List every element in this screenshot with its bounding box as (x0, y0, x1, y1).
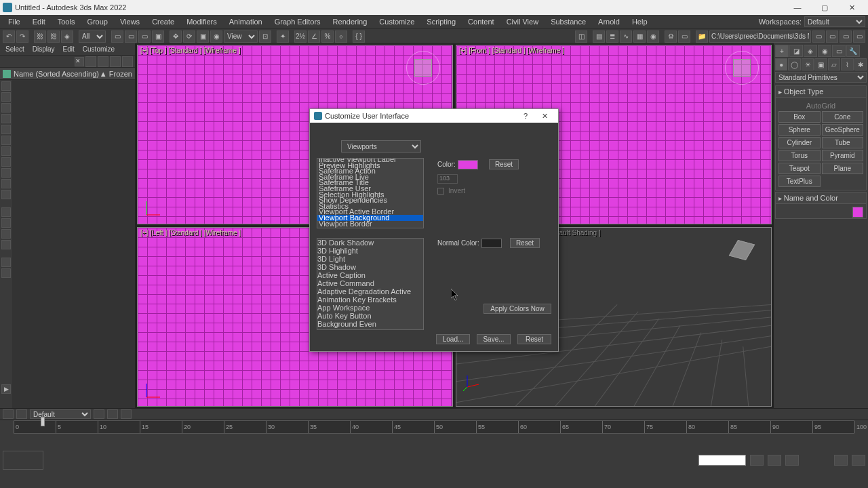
angle-snap-button[interactable]: ∠ (308, 30, 320, 43)
tb-btn-b[interactable]: ▭ (826, 30, 838, 43)
ui-element-listbox[interactable]: 3D Dark Shadow3D Highlight3D Light3D Sha… (317, 238, 424, 330)
menu-file[interactable]: File (3, 16, 26, 27)
dialog-close-button[interactable]: ✕ (535, 110, 554, 122)
schematic-button[interactable]: ▦ (633, 30, 646, 43)
se-tb4[interactable] (122, 56, 133, 67)
se-filter-1[interactable] (1, 81, 11, 91)
dialog-help-button[interactable]: ? (516, 110, 535, 122)
pivot-button[interactable]: ⊡ (259, 30, 271, 43)
btn-box[interactable]: Box (778, 111, 821, 123)
select-move-button[interactable]: ✥ (170, 30, 182, 43)
menu-rendering[interactable]: Rendering (328, 16, 373, 27)
minimize-button[interactable]: — (784, 1, 811, 14)
se-filter-11[interactable] (1, 190, 11, 199)
list2-item-4[interactable]: Active Caption (317, 271, 423, 279)
selection-filter[interactable]: All (79, 30, 106, 43)
tab-motion[interactable]: ◉ (818, 45, 831, 57)
load-button[interactable]: Load... (436, 334, 470, 344)
section-dropdown[interactable]: Viewports (341, 140, 421, 152)
menu-grapheditors[interactable]: Graph Editors (269, 16, 326, 27)
se-filter-17[interactable] (1, 268, 11, 278)
tab-display[interactable]: ▭ (832, 45, 846, 57)
se-close-button[interactable]: ✕ (75, 57, 84, 66)
list2-item-5[interactable]: Active Command (317, 279, 423, 287)
layer-dropdown[interactable]: Default (30, 409, 91, 419)
cat-spacewarps[interactable]: ⌇ (841, 58, 853, 70)
se-menu-edit[interactable]: Edit (59, 45, 79, 53)
mirror-button[interactable]: ◫ (575, 30, 587, 43)
tb-btn-d[interactable]: ▭ (853, 30, 865, 43)
layer-btn3[interactable] (121, 409, 132, 419)
se-tb1[interactable] (85, 56, 96, 67)
se-filter-13[interactable] (1, 218, 11, 228)
list2-item-6[interactable]: Adaptive Degradation Active (317, 287, 423, 296)
maxscript-listener[interactable] (3, 451, 43, 470)
select-rotate-button[interactable]: ⟳ (183, 30, 195, 43)
reset-all-button[interactable]: Reset (517, 334, 551, 344)
nav-1[interactable] (834, 455, 848, 466)
list2-item-2[interactable]: 3D Light (317, 255, 423, 263)
autogrid-checkbox[interactable]: AutoGrid (778, 100, 863, 111)
list2-item-1[interactable]: 3D Highlight (317, 247, 423, 255)
nav-2[interactable] (852, 455, 865, 466)
select-name-button[interactable]: ▭ (125, 30, 137, 43)
color-reset-button[interactable]: Reset (489, 159, 519, 169)
status-input[interactable] (698, 455, 746, 466)
cat-shapes[interactable]: ◯ (788, 58, 800, 70)
layer-btn1[interactable] (94, 409, 104, 419)
undo-button[interactable]: ↶ (3, 30, 15, 43)
invert-checkbox[interactable] (437, 188, 444, 195)
window-crossing-button[interactable]: ▣ (152, 30, 164, 43)
mat-ed-button[interactable]: ◉ (647, 30, 659, 43)
menu-modifiers[interactable]: Modifiers (181, 16, 222, 27)
link-button[interactable]: ⛓ (34, 30, 46, 43)
list2-item-11[interactable]: Background Odd (317, 328, 423, 330)
se-filter-5[interactable] (1, 125, 11, 134)
intensity-spinner[interactable]: 103 (437, 174, 458, 184)
se-menu-customize[interactable]: Customize (79, 45, 119, 53)
se-menu-select[interactable]: Select (1, 45, 28, 53)
se-filter-6[interactable] (1, 136, 11, 145)
open-project-button[interactable]: 📁 (696, 30, 708, 43)
se-filter-3[interactable] (1, 103, 11, 113)
named-select-button[interactable]: { } (353, 30, 365, 43)
color-category-listbox[interactable]: Inactive Viewport LabelPreview Highlight… (317, 158, 424, 228)
select-region-button[interactable]: ▭ (138, 30, 151, 43)
timeline-ruler[interactable]: 0510152025303540455055606570758085909510… (14, 420, 854, 434)
list2-item-7[interactable]: Animation Key Brackets (317, 296, 423, 304)
btn-plane[interactable]: Plane (822, 163, 864, 174)
rollout-name-color[interactable]: ▸ Name and Color (775, 192, 867, 204)
refcoord-dropdown[interactable]: View (224, 30, 258, 43)
tab-modify[interactable]: ◪ (789, 45, 803, 57)
normal-color-swatch[interactable] (481, 239, 502, 248)
btn-pyramid[interactable]: Pyramid (822, 150, 864, 161)
btn-cylinder[interactable]: Cylinder (778, 137, 821, 148)
play-button[interactable] (768, 455, 781, 466)
select-scale-button[interactable]: ▣ (197, 30, 209, 43)
render-setup-button[interactable]: ⚙ (665, 30, 677, 43)
curve-ed-button[interactable]: ∿ (620, 30, 632, 43)
menu-views[interactable]: Views (115, 16, 145, 27)
cat-systems[interactable]: ✱ (854, 58, 867, 70)
play-next[interactable] (785, 455, 799, 466)
snap-button[interactable]: 2½ (294, 30, 307, 43)
viewcube-top[interactable] (406, 51, 440, 85)
percent-snap-button[interactable]: % (321, 30, 334, 43)
list2-item-3[interactable]: 3D Shadow (317, 263, 423, 271)
se-filter-16[interactable] (1, 258, 11, 267)
se-filter-7[interactable] (1, 146, 11, 156)
select-object-button[interactable]: ▭ (111, 30, 123, 43)
se-filter-15[interactable] (1, 240, 11, 249)
se-tb3[interactable] (110, 56, 121, 67)
menu-arnold[interactable]: Arnold (593, 16, 625, 27)
se-filter-10[interactable] (1, 179, 11, 188)
object-color-swatch[interactable] (852, 207, 863, 218)
btn-tube[interactable]: Tube (822, 137, 864, 148)
timeline[interactable]: 0510152025303540455055606570758085909510… (0, 420, 868, 439)
btn-geosphere[interactable]: GeoSphere (822, 124, 864, 136)
apply-colors-button[interactable]: Apply Colors Now (484, 304, 551, 314)
cat-helpers[interactable]: ▱ (828, 58, 840, 70)
layer-swatch-icon2[interactable] (16, 409, 27, 419)
cat-cameras[interactable]: ▣ (814, 58, 827, 70)
menu-edit[interactable]: Edit (27, 16, 51, 27)
